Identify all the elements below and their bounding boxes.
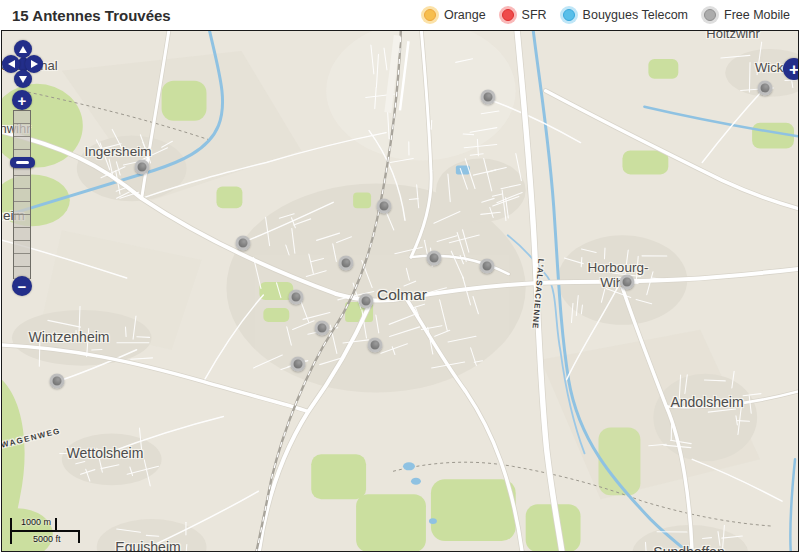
legend-label: Orange — [444, 8, 486, 22]
zoom-slider-segment[interactable] — [14, 228, 30, 241]
antenna-marker-12[interactable] — [315, 321, 330, 336]
map[interactable]: KatzenthalnwihrIngersheimheimWintzenheim… — [1, 30, 799, 552]
zoom-slider-segment[interactable] — [14, 241, 30, 254]
antenna-marker-13[interactable] — [368, 338, 383, 353]
page-title: 15 Antennes Trouvées — [12, 7, 171, 24]
legend-label: SFR — [522, 8, 547, 22]
sfr-marker-icon — [502, 9, 514, 21]
antenna-marker-8[interactable] — [480, 259, 495, 274]
legend-item-bouygues-telecom[interactable]: Bouygues Telecom — [563, 8, 688, 22]
zoom-control: + − — [2, 31, 46, 311]
antenna-marker-7[interactable] — [339, 256, 354, 271]
zoom-slider-segment[interactable] — [14, 137, 30, 150]
antenna-marker-4[interactable] — [377, 199, 392, 214]
legend-item-sfr[interactable]: SFR — [502, 8, 547, 22]
zoom-slider-segment[interactable] — [14, 202, 30, 215]
antenna-marker-6[interactable] — [427, 251, 442, 266]
zoom-slider-segment[interactable] — [14, 124, 30, 137]
legend-label: Free Mobile — [724, 8, 790, 22]
layer-switcher-button[interactable]: + — [783, 58, 799, 80]
antenna-marker-11[interactable] — [359, 294, 374, 309]
antenna-marker-9[interactable] — [620, 275, 635, 290]
zoom-slider-segment[interactable] — [14, 111, 30, 124]
zoom-slider-track[interactable] — [13, 110, 31, 279]
free-mobile-marker-icon — [704, 9, 716, 21]
header: 15 Antennes Trouvées OrangeSFRBouygues T… — [0, 0, 800, 30]
zoom-in-button[interactable]: + — [12, 90, 32, 110]
orange-marker-icon — [424, 9, 436, 21]
zoom-slider-segment[interactable] — [14, 189, 30, 202]
antenna-marker-15[interactable] — [50, 374, 65, 389]
zoom-slider-segment[interactable] — [14, 176, 30, 189]
legend: OrangeSFRBouygues TelecomFree Mobile — [408, 8, 790, 22]
antenna-marker-14[interactable] — [291, 357, 306, 372]
zoom-out-button[interactable]: − — [12, 276, 32, 296]
map-artwork — [2, 31, 798, 551]
zoom-handle-slot-icon — [16, 161, 29, 164]
legend-item-free-mobile[interactable]: Free Mobile — [704, 8, 790, 22]
zoom-slider-handle[interactable] — [10, 157, 35, 168]
antenna-marker-5[interactable] — [236, 236, 251, 251]
zoom-slider-segment[interactable] — [14, 215, 30, 228]
bouygues-telecom-marker-icon — [563, 9, 575, 21]
legend-item-orange[interactable]: Orange — [424, 8, 486, 22]
zoom-slider-segment[interactable] — [14, 254, 30, 267]
antenna-marker-1[interactable] — [481, 90, 496, 105]
antenna-marker-2[interactable] — [758, 81, 773, 96]
antenna-marker-3[interactable] — [135, 160, 150, 175]
antenna-marker-10[interactable] — [289, 290, 304, 305]
legend-label: Bouygues Telecom — [583, 8, 688, 22]
antenna-map-app: 15 Antennes Trouvées OrangeSFRBouygues T… — [0, 0, 800, 554]
